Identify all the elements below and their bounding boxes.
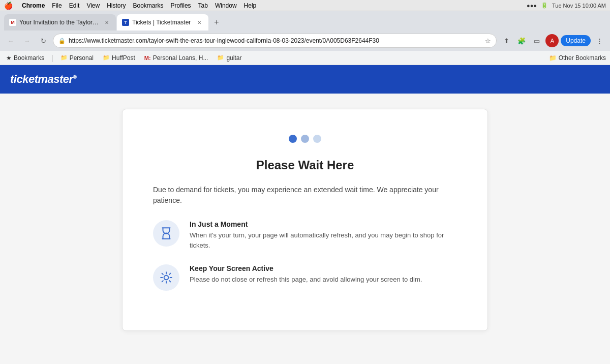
bookmark-m-icon: M: bbox=[144, 55, 151, 61]
bookmark-star-icon[interactable]: ☆ bbox=[485, 37, 491, 45]
menu-bar: 🍎 Chrome File Edit View History Bookmark… bbox=[0, 0, 610, 11]
wifi-icon: ●●● bbox=[527, 3, 537, 9]
loading-dot-2 bbox=[301, 135, 309, 143]
share-button[interactable]: ⬆ bbox=[500, 34, 513, 47]
bookmark-label-2: Personal Loans, H... bbox=[153, 54, 208, 62]
bookmarks-label: Bookmarks bbox=[14, 54, 44, 62]
other-bookmarks-button[interactable]: 📁 Other Bookmarks bbox=[549, 54, 606, 62]
bookmarks-divider: | bbox=[51, 54, 53, 62]
sun-info-title: Keep Your Screen Active bbox=[190, 264, 457, 272]
ticketmaster-header: ticketmaster® bbox=[0, 65, 610, 94]
other-bookmarks-folder-icon: 📁 bbox=[549, 54, 557, 62]
bookmark-folder-icon-3: 📁 bbox=[217, 54, 224, 61]
address-bar-row: ← → ↻ 🔒 https://www.ticketmaster.com/tay… bbox=[0, 31, 610, 51]
wait-container: Please Wait Here Due to demand for ticke… bbox=[0, 94, 610, 346]
loading-dot-1 bbox=[289, 135, 297, 143]
menu-edit[interactable]: Edit bbox=[69, 2, 80, 9]
hourglass-info-text: In Just a Moment When it's your turn, yo… bbox=[190, 220, 457, 250]
more-options-button[interactable]: ⋮ bbox=[593, 34, 606, 47]
wait-title: Please Wait Here bbox=[153, 158, 457, 172]
new-tab-button[interactable]: + bbox=[209, 15, 224, 29]
menu-file[interactable]: File bbox=[52, 2, 62, 9]
extensions-button[interactable]: 🧩 bbox=[515, 34, 528, 47]
menu-window[interactable]: Window bbox=[215, 2, 237, 9]
bookmark-item-1[interactable]: 📁 HuffPost bbox=[101, 53, 137, 63]
lock-icon: 🔒 bbox=[58, 38, 66, 44]
bookmark-folder-icon-1: 📁 bbox=[103, 54, 110, 61]
menu-bookmarks[interactable]: Bookmarks bbox=[133, 2, 164, 9]
bookmark-label-3: guitar bbox=[226, 54, 241, 62]
bookmark-item-2[interactable]: M: Personal Loans, H... bbox=[142, 53, 210, 63]
sidebar-button[interactable]: ▭ bbox=[530, 34, 543, 47]
tm-favicon-icon: T bbox=[122, 19, 129, 26]
bookmarks-bar-label[interactable]: ★ Bookmarks bbox=[4, 53, 46, 63]
tm-registered-mark: ® bbox=[73, 74, 77, 80]
svg-line-8 bbox=[169, 274, 170, 275]
sun-icon bbox=[160, 271, 173, 284]
tab-bar: M Your Invitation to the TaylorSwi... ✕ … bbox=[0, 11, 610, 31]
loading-dot-3 bbox=[313, 135, 321, 143]
bookmarks-star-icon: ★ bbox=[6, 54, 12, 62]
menu-history[interactable]: History bbox=[107, 2, 126, 9]
tab-gmail[interactable]: M Your Invitation to the TaylorSwi... ✕ bbox=[4, 14, 116, 31]
bookmark-item-0[interactable]: 📁 Personal bbox=[58, 53, 96, 63]
toolbar-actions: ⬆ 🧩 ▭ A Update ⋮ bbox=[500, 34, 606, 47]
bookmark-item-3[interactable]: 📁 guitar bbox=[215, 53, 243, 63]
page-content: ticketmaster® Please Wait Here Due to de… bbox=[0, 65, 610, 364]
menu-bar-right: ●●● 🔋 Tue Nov 15 10:00 AM bbox=[527, 2, 606, 9]
gmail-favicon-icon: M bbox=[9, 19, 16, 26]
hourglass-icon-circle bbox=[153, 220, 179, 247]
loading-dots bbox=[153, 135, 457, 143]
svg-point-0 bbox=[164, 276, 169, 280]
tm-logo-text: ticketmaster bbox=[10, 73, 73, 85]
tab-gmail-title: Your Invitation to the TaylorSwi... bbox=[19, 19, 100, 26]
address-bar[interactable]: 🔒 https://www.ticketmaster.com/taylor-sw… bbox=[53, 34, 497, 48]
bookmark-label-0: Personal bbox=[70, 54, 94, 62]
forward-button[interactable]: → bbox=[20, 34, 34, 47]
menu-chrome[interactable]: Chrome bbox=[22, 2, 45, 9]
svg-line-6 bbox=[169, 281, 170, 282]
info-item-hourglass: In Just a Moment When it's your turn, yo… bbox=[153, 220, 457, 250]
menu-view[interactable]: View bbox=[86, 2, 100, 9]
sun-icon-circle bbox=[153, 264, 179, 291]
battery-icon: 🔋 bbox=[541, 2, 548, 9]
apple-logo-icon: 🍎 bbox=[4, 2, 13, 10]
info-item-sun: Keep Your Screen Active Please do not cl… bbox=[153, 264, 457, 291]
tab-ticketmaster[interactable]: T Tickets | Ticketmaster ✕ bbox=[117, 14, 208, 31]
wait-card: Please Wait Here Due to demand for ticke… bbox=[122, 109, 488, 331]
tab-ticketmaster-title: Tickets | Ticketmaster bbox=[132, 19, 192, 26]
url-text: https://www.ticketmaster.com/taylor-swif… bbox=[69, 37, 482, 44]
menu-profiles[interactable]: Profiles bbox=[171, 2, 191, 9]
sun-info-text: Keep Your Screen Active Please do not cl… bbox=[190, 264, 457, 285]
hourglass-icon bbox=[160, 227, 173, 240]
ticketmaster-logo: ticketmaster® bbox=[10, 73, 77, 86]
sun-info-body: Please do not close or refresh this page… bbox=[190, 275, 457, 285]
browser-window: M Your Invitation to the TaylorSwi... ✕ … bbox=[0, 11, 610, 65]
bookmarks-bar: ★ Bookmarks | 📁 Personal 📁 HuffPost M: P… bbox=[0, 51, 610, 65]
hourglass-info-title: In Just a Moment bbox=[190, 220, 457, 228]
wait-description: Due to demand for tickets, you may exper… bbox=[153, 185, 457, 206]
svg-line-5 bbox=[162, 274, 163, 275]
back-button[interactable]: ← bbox=[4, 34, 17, 47]
datetime: Tue Nov 15 10:00 AM bbox=[552, 3, 606, 9]
hourglass-info-body: When it's your turn, your page will auto… bbox=[190, 230, 457, 250]
update-button[interactable]: Update bbox=[561, 35, 591, 46]
bookmark-label-1: HuffPost bbox=[112, 54, 135, 62]
tab-gmail-close-button[interactable]: ✕ bbox=[103, 18, 111, 26]
user-avatar[interactable]: A bbox=[545, 34, 559, 47]
tab-ticketmaster-close-button[interactable]: ✕ bbox=[195, 18, 203, 26]
reload-button[interactable]: ↻ bbox=[37, 34, 50, 47]
menu-tab[interactable]: Tab bbox=[198, 2, 208, 9]
other-bookmarks-label: Other Bookmarks bbox=[559, 54, 606, 62]
menu-help[interactable]: Help bbox=[244, 2, 257, 9]
svg-line-7 bbox=[162, 281, 163, 282]
bookmark-folder-icon-0: 📁 bbox=[60, 54, 68, 61]
